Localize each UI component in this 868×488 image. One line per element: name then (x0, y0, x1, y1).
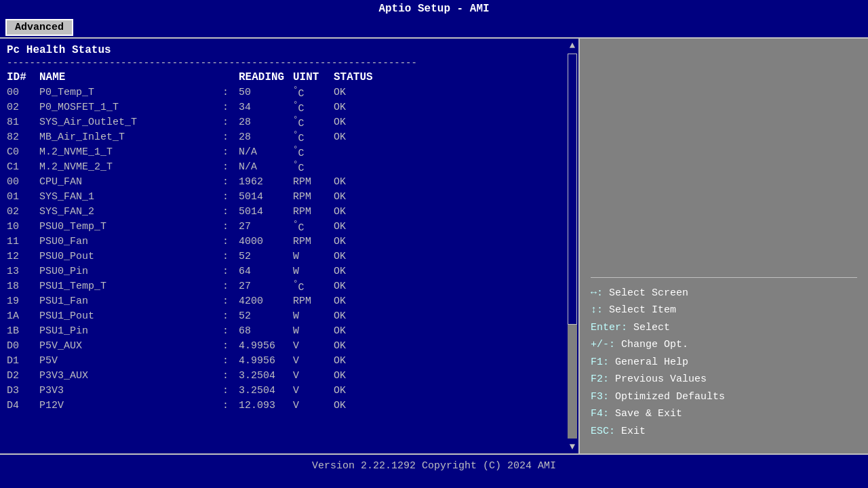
table-row: 19 PSU1_Fan : 4200 RPM OK (7, 293, 572, 308)
cell-colon: : (222, 117, 239, 128)
cell-id: D4 (7, 400, 39, 411)
help-key: F1: (591, 357, 609, 368)
table-row: D1 P5V : 4.9956 V OK (7, 353, 572, 368)
scroll-up-arrow[interactable]: ▲ (568, 39, 576, 52)
cell-name: P12V (39, 400, 222, 411)
app-title: Aptio Setup - AMI (378, 3, 489, 15)
cell-name: P5V_AUX (39, 340, 222, 352)
cell-name: P3V3 (39, 385, 222, 396)
scroll-thumb[interactable] (568, 54, 577, 325)
scroll-down-arrow[interactable]: ▼ (568, 440, 576, 453)
cell-reading: 52 (239, 310, 293, 322)
help-divider (591, 277, 857, 278)
cell-id: 11 (7, 236, 39, 247)
help-action: Select Screen (609, 287, 688, 299)
cell-id: 81 (7, 117, 39, 128)
cell-name: PSU0_Temp_T (39, 221, 222, 232)
table-row: D4 P12V : 12.093 V OK (7, 398, 572, 413)
cell-id: 19 (7, 296, 39, 307)
cell-reading: 5014 (239, 191, 293, 203)
cell-unit: RPM (293, 206, 334, 218)
cell-name: PSU0_Pout (39, 251, 222, 262)
cell-id: C0 (7, 146, 39, 158)
divider: ----------------------------------------… (7, 58, 572, 68)
help-item: ↕: Select Item (591, 302, 857, 319)
cell-unit: °C (293, 145, 334, 159)
cell-unit: V (293, 400, 334, 411)
cell-status: OK (334, 176, 374, 188)
footer-text: Version 2.22.1292 Copyright (C) 2024 AMI (312, 460, 556, 472)
help-key: ↕: (591, 304, 603, 316)
section-title: Pc Health Status (7, 44, 572, 56)
table-row: 02 P0_MOSFET_1_T : 34 °C OK (7, 100, 572, 115)
cell-id: 1A (7, 310, 39, 322)
cell-name: PSU1_Pin (39, 325, 222, 337)
cell-status: OK (334, 310, 374, 322)
cell-id: 82 (7, 131, 39, 143)
col-header-id: ID# (7, 71, 39, 83)
cell-status: OK (334, 87, 374, 98)
cell-name: PSU1_Fan (39, 296, 222, 307)
cell-status: OK (334, 266, 374, 277)
cell-unit: °C (293, 115, 334, 129)
tab-bar: Advanced (0, 18, 868, 37)
cell-status: OK (334, 325, 374, 337)
cell-name: PSU1_Temp_T (39, 281, 222, 292)
cell-status: OK (334, 117, 374, 128)
cell-unit: W (293, 251, 334, 262)
help-action: Select Item (609, 304, 676, 316)
help-key: ↔: (591, 287, 603, 299)
help-action: Select (633, 322, 670, 333)
cell-name: PSU0_Fan (39, 236, 222, 247)
cell-unit: °C (293, 85, 334, 100)
footer: Version 2.22.1292 Copyright (C) 2024 AMI (0, 453, 868, 477)
cell-name: PSU0_Pin (39, 266, 222, 277)
cell-status: OK (334, 296, 374, 307)
table-row: 01 SYS_FAN_1 : 5014 RPM OK (7, 189, 572, 204)
cell-id: D1 (7, 355, 39, 367)
table-row: 81 SYS_Air_Outlet_T : 28 °C OK (7, 115, 572, 129)
help-key: ESC: (591, 426, 615, 437)
cell-unit: V (293, 355, 334, 367)
cell-colon: : (222, 102, 239, 113)
cell-id: 18 (7, 281, 39, 292)
cell-id: D2 (7, 370, 39, 382)
right-panel: ↔: Select Screen↕: Select ItemEnter: Sel… (580, 39, 868, 453)
table-row: 02 SYS_FAN_2 : 5014 RPM OK (7, 204, 572, 219)
cell-reading: 5014 (239, 206, 293, 218)
tab-advanced[interactable]: Advanced (5, 19, 73, 36)
cell-name: P0_MOSFET_1_T (39, 102, 222, 113)
cell-unit: W (293, 325, 334, 337)
cell-reading: 52 (239, 251, 293, 262)
cell-colon: : (222, 355, 239, 367)
cell-unit: °C (293, 130, 334, 144)
help-key: F3: (591, 391, 609, 403)
help-action: General Help (615, 357, 688, 368)
help-key: F4: (591, 408, 609, 420)
cell-id: D3 (7, 385, 39, 396)
cell-id: 1B (7, 325, 39, 337)
cell-status: OK (334, 221, 374, 232)
cell-status: OK (334, 206, 374, 218)
table-row: 82 MB_Air_Inlet_T : 28 °C OK (7, 129, 572, 144)
cell-reading: 27 (239, 281, 293, 292)
cell-status: OK (334, 355, 374, 367)
cell-colon: : (222, 87, 239, 98)
scrollbar[interactable]: ▲ ▼ (566, 39, 578, 453)
cell-status: OK (334, 236, 374, 247)
help-item: ↔: Select Screen (591, 285, 857, 302)
help-key: +/-: (591, 339, 615, 350)
cell-id: 12 (7, 251, 39, 262)
table-row: D2 P3V3_AUX : 3.2504 V OK (7, 368, 572, 383)
cell-name: SYS_FAN_2 (39, 206, 222, 218)
col-header-reading: READING (239, 71, 293, 83)
cell-name: P0_Temp_T (39, 87, 222, 98)
scroll-track[interactable] (568, 54, 577, 439)
table-row: 00 P0_Temp_T : 50 °C OK (7, 85, 572, 100)
cell-reading: 34 (239, 102, 293, 113)
table-row: 11 PSU0_Fan : 4000 RPM OK (7, 234, 572, 249)
table-row: 10 PSU0_Temp_T : 27 °C OK (7, 219, 572, 234)
help-item: F2: Previous Values (591, 371, 857, 388)
cell-colon: : (222, 206, 239, 218)
cell-unit: V (293, 385, 334, 396)
